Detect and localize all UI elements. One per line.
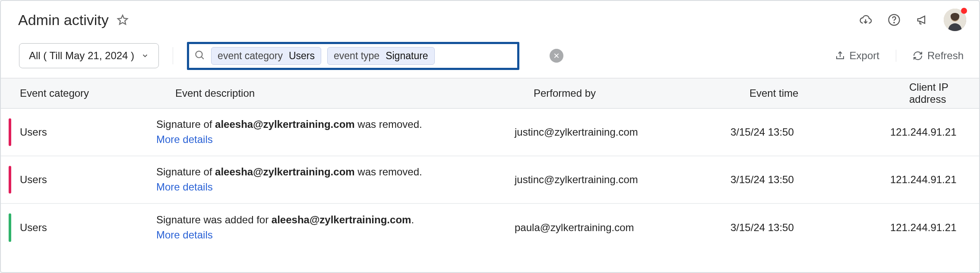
megaphone-icon bbox=[916, 13, 929, 26]
cell-client-ip: 121.244.91.21 bbox=[890, 118, 979, 146]
more-details-link[interactable]: More details bbox=[156, 181, 213, 193]
refresh-icon bbox=[913, 51, 923, 61]
date-filter-dropdown[interactable]: All ( Till May 21, 2024 ) bbox=[19, 43, 159, 68]
col-event-time[interactable]: Event time bbox=[749, 87, 909, 99]
toolbar-divider bbox=[173, 47, 173, 64]
cell-category: Users bbox=[1, 118, 156, 146]
user-avatar-wrap[interactable] bbox=[944, 9, 966, 31]
chip-label: event category bbox=[218, 50, 283, 62]
chevron-down-icon bbox=[141, 52, 149, 60]
chip-value: Signature bbox=[386, 50, 428, 62]
page-title: Admin activity bbox=[18, 12, 109, 29]
cell-performed-by: justinc@zylkertraining.com bbox=[515, 118, 730, 146]
cell-event-time: 3/15/24 13:50 bbox=[730, 214, 890, 241]
chip-label: event type bbox=[334, 50, 379, 62]
titlebar: Admin activity bbox=[1, 1, 979, 40]
more-details-link[interactable]: More details bbox=[156, 133, 213, 145]
toolbar: All ( Till May 21, 2024 ) event category… bbox=[1, 40, 979, 78]
search-bar[interactable]: event category Users event type Signatur… bbox=[187, 45, 563, 67]
export-icon bbox=[835, 51, 845, 61]
col-category[interactable]: Event category bbox=[20, 87, 175, 99]
cell-client-ip: 121.244.91.21 bbox=[890, 166, 979, 194]
chip-value: Users bbox=[289, 50, 315, 62]
col-description[interactable]: Event description bbox=[175, 87, 534, 99]
row-marker bbox=[9, 166, 11, 194]
notification-dot bbox=[961, 8, 967, 14]
col-client-ip[interactable]: Client IP address bbox=[909, 81, 979, 105]
svg-point-5 bbox=[196, 51, 202, 57]
export-label: Export bbox=[850, 50, 879, 62]
title-right bbox=[858, 9, 966, 31]
cell-performed-by: justinc@zylkertraining.com bbox=[515, 166, 730, 194]
favorite-button[interactable] bbox=[116, 13, 130, 27]
cell-category: Users bbox=[1, 214, 156, 241]
cell-event-time: 3/15/24 13:50 bbox=[730, 118, 890, 146]
svg-line-6 bbox=[202, 57, 204, 59]
admin-activity-window: Admin activity bbox=[0, 0, 980, 273]
row-marker bbox=[9, 213, 11, 242]
refresh-label: Refresh bbox=[927, 50, 964, 62]
download-button[interactable] bbox=[858, 13, 873, 27]
clear-search-button[interactable] bbox=[550, 49, 563, 63]
cloud-download-icon bbox=[859, 13, 872, 26]
cell-performed-by: paula@zylkertraining.com bbox=[515, 214, 730, 241]
help-button[interactable] bbox=[887, 13, 901, 27]
announcements-button[interactable] bbox=[915, 13, 930, 27]
title-left: Admin activity bbox=[18, 12, 130, 29]
table-header: Event category Event description Perform… bbox=[1, 78, 979, 109]
search-chip-type[interactable]: event type Signature bbox=[327, 47, 435, 65]
cell-description: Signature was added for aleesha@zylkertr… bbox=[156, 205, 433, 251]
cell-description: Signature of aleesha@zylkertraining.com … bbox=[156, 109, 433, 155]
cell-event-time: 3/15/24 13:50 bbox=[730, 166, 890, 194]
star-icon bbox=[117, 14, 129, 26]
cell-client-ip: 121.244.91.21 bbox=[890, 214, 979, 241]
more-details-link[interactable]: More details bbox=[156, 229, 213, 241]
row-marker bbox=[9, 118, 11, 146]
close-icon bbox=[553, 52, 560, 59]
search-chip-category[interactable]: event category Users bbox=[211, 47, 321, 65]
cell-description: Signature of aleesha@zylkertraining.com … bbox=[156, 157, 433, 203]
date-filter-label: All ( Till May 21, 2024 ) bbox=[29, 50, 134, 62]
search-icon bbox=[194, 49, 205, 63]
table-row[interactable]: UsersSignature of aleesha@zylkertraining… bbox=[1, 109, 979, 156]
refresh-button[interactable]: Refresh bbox=[910, 47, 966, 64]
table-body: UsersSignature of aleesha@zylkertraining… bbox=[1, 109, 979, 251]
toolbar-divider bbox=[896, 50, 896, 62]
svg-marker-0 bbox=[118, 15, 127, 24]
help-icon bbox=[888, 13, 901, 26]
cell-category: Users bbox=[1, 166, 156, 194]
svg-point-2 bbox=[894, 22, 895, 23]
export-button[interactable]: Export bbox=[832, 47, 882, 64]
table-row[interactable]: UsersSignature of aleesha@zylkertraining… bbox=[1, 156, 979, 204]
col-performed-by[interactable]: Performed by bbox=[534, 87, 749, 99]
activity-table: Event category Event description Perform… bbox=[1, 78, 979, 251]
table-row[interactable]: UsersSignature was added for aleesha@zyl… bbox=[1, 204, 979, 251]
